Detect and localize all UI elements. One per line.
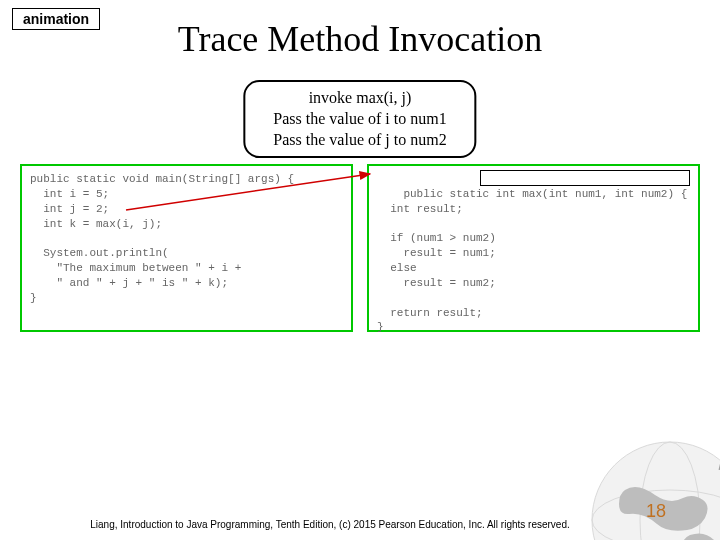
code-right-text: public static int max(int num1, int num2… [377, 188, 687, 334]
page-number: 18 [646, 501, 666, 522]
method-signature-highlight [480, 170, 690, 186]
code-box-max: public static int max(int num1, int num2… [367, 164, 700, 332]
animation-badge: animation [12, 8, 100, 30]
code-area: public static void main(String[] args) {… [20, 164, 700, 332]
callout-line-1: invoke max(i, j) [273, 88, 446, 109]
callout-box: invoke max(i, j) Pass the value of i to … [243, 80, 476, 158]
footer-citation: Liang, Introduction to Java Programming,… [40, 519, 620, 530]
callout-line-3: Pass the value of j to num2 [273, 130, 446, 151]
callout-line-2: Pass the value of i to num1 [273, 109, 446, 130]
code-box-main: public static void main(String[] args) {… [20, 164, 353, 332]
slide-title: Trace Method Invocation [0, 18, 720, 60]
